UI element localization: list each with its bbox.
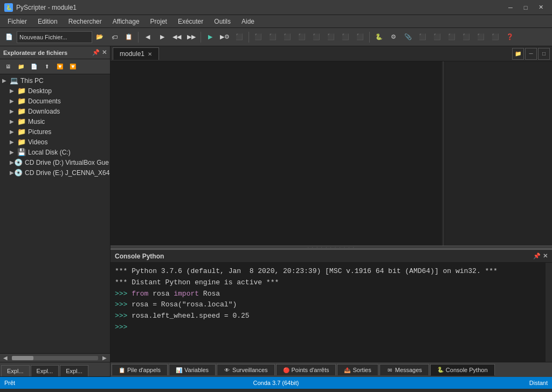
st-btn5[interactable]: 🔽 — [54, 61, 66, 73]
run-btn2[interactable]: ▶⚙ — [218, 30, 232, 44]
bottom-tab-pointsdarrts[interactable]: 🔴Points d'arrêts — [276, 364, 336, 375]
toolbar-btn19[interactable]: 📎 — [401, 30, 415, 44]
file-tree: ▶💻This PC▶📁Desktop▶📁Documents▶📁Downloads… — [0, 74, 110, 353]
st-btn2[interactable]: 📁 — [15, 61, 27, 73]
menu-item-rechercher[interactable]: Rechercher — [63, 17, 107, 26]
menu-item-projet[interactable]: Projet — [145, 17, 172, 26]
etc-btn2[interactable]: ─ — [525, 48, 537, 60]
st-btn1[interactable]: 🖥 — [2, 61, 14, 73]
st-filter[interactable]: 🔽 — [67, 61, 79, 73]
toolbar-btn10[interactable]: ⬛ — [266, 30, 280, 44]
console-pin-icon[interactable]: 📌 — [533, 253, 541, 260]
toolbar-btn13[interactable]: ⬛ — [309, 30, 323, 44]
toolbar-sep3 — [249, 32, 249, 43]
explorer-tab-0[interactable]: Expl... — [1, 365, 30, 376]
tree-item[interactable]: ▶💾Local Disk (C:) — [0, 147, 110, 157]
close-button[interactable]: ✕ — [534, 2, 548, 13]
tree-item[interactable]: ▶📁Desktop — [0, 86, 110, 96]
editor-tab-module1[interactable]: module1 ✕ — [113, 47, 159, 60]
toolbar-btn15[interactable]: ⬛ — [339, 30, 353, 44]
scroll-left-arrow[interactable]: ◀ — [1, 355, 10, 361]
toolbar-btn25[interactable]: ⬛ — [488, 30, 502, 44]
bottom-tab-icon: 📊 — [176, 367, 182, 373]
bottom-tab-messages[interactable]: ✉Messages — [380, 364, 429, 375]
menu-item-aide[interactable]: Aide — [236, 17, 260, 26]
tree-item[interactable]: ▶📁Documents — [0, 96, 110, 106]
run-button[interactable]: ▶ — [203, 30, 217, 44]
bottom-tab-piledappels[interactable]: 📋Pile d'appels — [112, 364, 168, 375]
tree-item[interactable]: ▶📁Videos — [0, 137, 110, 147]
bottom-tab-variables[interactable]: 📊Variables — [169, 364, 216, 375]
new-file-button[interactable]: 📄 — [2, 30, 16, 44]
toolbar-btn14[interactable]: ⬛ — [324, 30, 338, 44]
tree-item[interactable]: ▶💿CD Drive (E:) J_CENNA_X64F — [0, 167, 110, 178]
tree-arrow-icon: ▶ — [10, 149, 17, 155]
st-btn3[interactable]: 📄 — [28, 61, 40, 73]
tree-item[interactable]: ▶💻This PC — [0, 75, 110, 86]
bottom-tab-sorties[interactable]: 📤Sorties — [337, 364, 378, 375]
toolbar-btn23[interactable]: ⬛ — [459, 30, 473, 44]
toolbar-btn20[interactable]: ⬛ — [416, 30, 430, 44]
etc-btn1[interactable]: 📁 — [512, 48, 524, 60]
tree-folder-icon: 💻 — [10, 76, 18, 85]
scroll-right-arrow[interactable]: ▶ — [100, 355, 109, 361]
menu-item-outils[interactable]: Outils — [209, 17, 236, 26]
toolbar-btn3[interactable]: 🏷 — [107, 30, 121, 44]
bottom-tab-surveillances[interactable]: 👁Surveillances — [217, 364, 274, 375]
console-title-icons: 📌 ✕ — [533, 253, 548, 260]
stop-button[interactable]: ⬛ — [232, 30, 246, 44]
menu-item-edition[interactable]: Edition — [32, 17, 63, 26]
menu-item-fichier[interactable]: Fichier — [2, 17, 32, 26]
console-close-icon[interactable]: ✕ — [543, 253, 548, 260]
editor-console-area: module1 ✕ 📁 ─ □ · · · · · · · · · · · Co… — [111, 46, 552, 377]
tree-item[interactable]: ▶📁Downloads — [0, 106, 110, 116]
bottom-tab-label: Variables — [184, 367, 209, 373]
sidebar-title: Explorateur de fichiers — [3, 50, 67, 56]
toolbar-btn9[interactable]: ⬛ — [251, 30, 265, 44]
menu-item-affichage[interactable]: Affichage — [107, 17, 145, 26]
toolbar-btn8[interactable]: ▶▶ — [184, 30, 198, 44]
toolbar-btn16[interactable]: ⬛ — [353, 30, 367, 44]
bottom-tab-label: Sorties — [353, 367, 371, 373]
scroll-track[interactable] — [12, 356, 98, 360]
st-btn4[interactable]: ⬆ — [41, 61, 53, 73]
sidebar-pin-icon[interactable]: 📌 — [92, 49, 100, 56]
toolbar-btn5[interactable]: ◀ — [141, 30, 155, 44]
toolbar-btn24[interactable]: ⬛ — [474, 30, 488, 44]
maximize-button[interactable]: □ — [519, 2, 533, 13]
scroll-thumb[interactable] — [12, 356, 33, 360]
toolbar-btn12[interactable]: ⬛ — [295, 30, 309, 44]
console-command: from rosa import Rosa — [132, 290, 220, 298]
toolbar-btn22[interactable]: ⬛ — [445, 30, 459, 44]
console-scrollbar[interactable] — [546, 263, 552, 362]
tree-item-label: Pictures — [28, 128, 51, 136]
toolbar-btn6[interactable]: ▶ — [155, 30, 169, 44]
minimize-button[interactable]: ─ — [503, 2, 518, 13]
open-button[interactable]: 📂 — [93, 30, 107, 44]
help-button[interactable]: ❓ — [503, 30, 517, 44]
toolbar-btn17[interactable]: 🐍 — [372, 30, 386, 44]
explorer-tab-2[interactable]: Expl... — [60, 365, 88, 376]
explorer-tab-1[interactable]: Expl... — [31, 365, 59, 376]
toolbar-btn11[interactable]: ⬛ — [280, 30, 294, 44]
menu-item-exécuter[interactable]: Exécuter — [172, 17, 209, 26]
sidebar-close-icon[interactable]: ✕ — [102, 49, 107, 56]
etc-btn3[interactable]: □ — [538, 48, 550, 60]
editor-main[interactable] — [111, 61, 442, 246]
toolbar-input[interactable] — [17, 31, 92, 43]
toolbar-btn4[interactable]: 📋 — [122, 30, 136, 44]
toolbar-btn21[interactable]: ⬛ — [430, 30, 444, 44]
console-command: rosa.left_wheel.speed = 0.25 — [132, 312, 249, 320]
editor-tab-close[interactable]: ✕ — [148, 51, 152, 57]
tree-item[interactable]: ▶📁Music — [0, 116, 110, 127]
tree-item[interactable]: ▶📁Pictures — [0, 127, 110, 137]
tree-item[interactable]: ▶💿CD Drive (D:) VirtualBox Gue — [0, 157, 110, 167]
toolbar-btn7[interactable]: ◀◀ — [170, 30, 184, 44]
toolbar-btn18[interactable]: ⚙ — [387, 30, 401, 44]
bottom-tab-consolepython[interactable]: 🐍Console Python — [430, 364, 495, 376]
bottom-tabs: 📋Pile d'appels📊Variables👁Surveillances🔴P… — [111, 362, 552, 377]
sidebar-scrollbar[interactable]: ◀ ▶ — [0, 353, 110, 362]
console-line: >>> rosa = Rosa("rosa.local") — [115, 299, 541, 311]
tree-folder-icon: 📁 — [17, 128, 26, 136]
console-output[interactable]: *** Python 3.7.6 (default, Jan 8 2020, 2… — [111, 263, 546, 362]
